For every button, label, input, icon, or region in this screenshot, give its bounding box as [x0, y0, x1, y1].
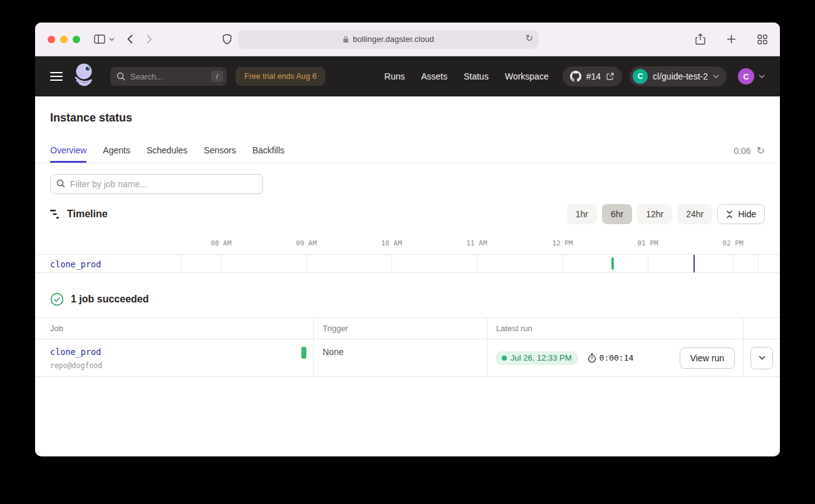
refresh-icon[interactable]: ↻: [757, 145, 765, 157]
workspace-avatar: C: [633, 69, 648, 84]
col-trigger: Trigger: [313, 318, 487, 339]
summary-row: 1 job succeeded: [35, 275, 780, 317]
trigger-cell: None: [313, 339, 487, 376]
nav-workspace[interactable]: Workspace: [505, 71, 549, 81]
workspace-switcher[interactable]: C cl/guide-test-2: [630, 66, 727, 86]
minimize-window-button[interactable]: [60, 36, 68, 43]
success-dot-icon: [502, 356, 507, 361]
nav-status[interactable]: Status: [464, 71, 489, 81]
axis-tick: 11 AM: [466, 239, 487, 247]
axis-tick: 01 PM: [637, 239, 658, 247]
close-window-button[interactable]: [48, 36, 55, 43]
address-bar[interactable]: bollinger.dagster.cloud ↻: [238, 30, 539, 49]
run-date: Jul 26, 12:33 PM: [511, 353, 572, 363]
job-repo: repo@dogfood: [50, 361, 304, 370]
github-icon: [570, 71, 581, 82]
axis-tick: 09 AM: [296, 239, 316, 247]
workspace-name: cl/guide-test-2: [653, 71, 708, 81]
timeline-icon: [50, 209, 60, 219]
chevron-down-icon: [759, 75, 765, 78]
axis-tick: 10 AM: [381, 239, 402, 247]
stopwatch-icon: [588, 353, 596, 363]
tab-backfills[interactable]: Backfills: [252, 145, 284, 163]
zoom-window-button[interactable]: [73, 36, 80, 43]
page-content: Instance status Overview Agents Schedule…: [35, 96, 780, 377]
timeline-chart: 08 AM 09 AM 10 AM 11 AM 12 PM 01 PM 02 P…: [35, 238, 780, 275]
timeline-title: Timeline: [67, 208, 108, 220]
view-run-button[interactable]: View run: [680, 347, 735, 369]
reload-icon[interactable]: ↻: [525, 33, 533, 44]
range-1hr-button[interactable]: 1hr: [567, 204, 597, 224]
countdown-value: 0:06: [734, 146, 750, 156]
axis-tick: 12 PM: [552, 239, 573, 247]
sidebar-toggle-icon[interactable]: [94, 34, 105, 44]
hide-timeline-button[interactable]: Hide: [717, 204, 765, 224]
browser-window: bollinger.dagster.cloud ↻: [35, 23, 780, 456]
run-status-badge[interactable]: Jul 26, 12:33 PM: [496, 351, 578, 365]
col-actions: [743, 318, 780, 339]
timeline-job-link[interactable]: clone_prod: [50, 259, 101, 269]
traffic-lights: [48, 36, 80, 43]
user-menu[interactable]: C: [738, 68, 765, 85]
forward-icon[interactable]: [147, 34, 152, 44]
table-header: Job Trigger Latest run: [35, 318, 780, 339]
search-placeholder: Search...: [130, 72, 163, 81]
trial-badge[interactable]: Free trial ends Aug 6: [236, 67, 325, 86]
new-tab-icon[interactable]: [727, 34, 736, 44]
search-icon: [117, 72, 125, 81]
nav-assets[interactable]: Assets: [421, 71, 447, 81]
latest-run-cell: Jul 26, 12:33 PM 0:00:14 View run: [487, 339, 743, 376]
nav-runs[interactable]: Runs: [385, 71, 405, 81]
tab-agents[interactable]: Agents: [103, 145, 130, 163]
job-link[interactable]: clone_prod: [50, 347, 101, 357]
check-circle-icon: [50, 292, 64, 306]
external-link-icon: [606, 72, 615, 81]
filter-section: [35, 163, 780, 198]
col-latest-run: Latest run: [487, 318, 743, 339]
github-version-pill[interactable]: #14: [563, 66, 622, 86]
search-shortcut-badge: /: [211, 71, 223, 82]
range-6hr-button[interactable]: 6hr: [602, 204, 632, 224]
timeline-header: Timeline 1hr 6hr 12hr 24hr Hide: [35, 198, 780, 228]
global-search[interactable]: Search... /: [110, 67, 227, 86]
share-icon[interactable]: [695, 33, 705, 45]
app-header: Search... / Free trial ends Aug 6 Runs A…: [35, 56, 780, 96]
lock-icon: [343, 36, 349, 43]
tab-overview[interactable]: Overview: [50, 145, 86, 163]
sidebar-chevron-icon[interactable]: [109, 38, 115, 41]
search-icon: [56, 179, 65, 190]
browser-toolbar: bollinger.dagster.cloud ↻: [35, 23, 780, 56]
jobs-table: Job Trigger Latest run clone_prod repo@d…: [35, 317, 780, 377]
tab-sensors[interactable]: Sensors: [204, 145, 236, 163]
summary-text: 1 job succeeded: [71, 294, 149, 305]
axis-tick: 02 PM: [722, 239, 743, 247]
range-24hr-button[interactable]: 24hr: [677, 204, 712, 224]
axis-tick: 08 AM: [210, 239, 231, 247]
run-duration: 0:00:14: [588, 353, 634, 363]
collapse-icon: [726, 210, 733, 219]
job-status-tick[interactable]: [301, 347, 306, 359]
run-duration-value: 0:00:14: [600, 353, 634, 363]
page-title: Instance status: [35, 96, 780, 125]
table-row: clone_prod repo@dogfood None Jul 26, 12:…: [35, 339, 780, 377]
user-avatar: C: [738, 68, 754, 85]
chevron-down-icon: [713, 75, 719, 78]
chevron-down-icon: [759, 356, 766, 360]
tab-bar: Overview Agents Schedules Sensors Backfi…: [35, 141, 780, 163]
github-version-label: #14: [586, 71, 601, 81]
dagster-logo-icon[interactable]: [71, 62, 96, 91]
privacy-shield-icon[interactable]: [222, 34, 232, 44]
range-12hr-button[interactable]: 12hr: [637, 204, 672, 224]
url-text: bollinger.dagster.cloud: [353, 34, 433, 44]
back-icon[interactable]: [127, 34, 133, 44]
timeline-now-line: [693, 255, 695, 272]
job-filter-input[interactable]: [50, 174, 263, 194]
tab-overview-icon[interactable]: [757, 34, 767, 44]
timeline-lane: clone_prod: [35, 254, 780, 273]
top-navigation: Runs Assets Status Workspace: [385, 71, 549, 81]
timeline-run-marker[interactable]: [611, 257, 614, 270]
row-expand-button[interactable]: [750, 347, 773, 369]
menu-icon[interactable]: [50, 72, 63, 81]
tab-schedules[interactable]: Schedules: [147, 145, 187, 163]
refresh-countdown: 0:06 ↻: [734, 145, 765, 163]
